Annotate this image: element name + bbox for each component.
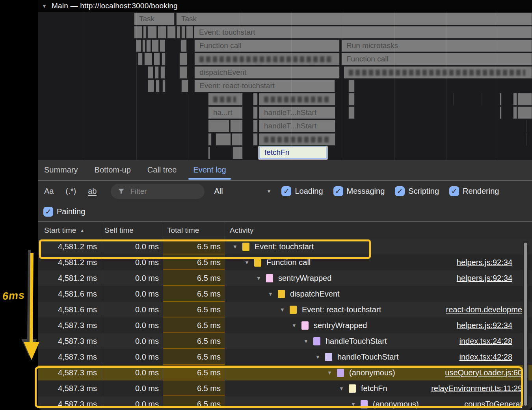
flame-bar[interactable]: Function call	[341, 53, 532, 65]
flame-track-header[interactable]: ▼ Main — http://localhost:3000/booking	[38, 0, 532, 12]
flame-bar[interactable]	[348, 80, 355, 92]
flame-bar[interactable]	[348, 93, 355, 106]
flame-bar[interactable]	[160, 66, 165, 79]
flame-bar[interactable]	[513, 106, 517, 119]
expand-arrow-icon[interactable]: ▼	[315, 354, 321, 360]
source-link[interactable]: helpers.js:92:34	[457, 258, 512, 267]
expand-arrow-icon[interactable]: ▼	[303, 338, 309, 344]
flame-bar[interactable]	[134, 26, 142, 39]
flame-bar[interactable]	[348, 106, 355, 119]
source-link[interactable]: coupsToGenerat	[464, 400, 522, 409]
flame-bar[interactable]: fetchFn	[259, 147, 327, 159]
tab-event-log[interactable]: Event log	[193, 160, 226, 180]
flame-bar[interactable]	[259, 133, 335, 146]
expand-arrow-icon[interactable]: ▼	[339, 386, 345, 391]
source-link[interactable]: helpers.js:92:34	[457, 274, 512, 283]
source-link[interactable]: useQueryLoader.js:60	[445, 368, 522, 377]
flame-bar[interactable]: handleT...hStart	[259, 106, 335, 119]
flame-bar[interactable]	[148, 66, 153, 79]
checkbox-messaging[interactable]: ✓Messaging	[333, 186, 385, 196]
flame-bar[interactable]	[526, 120, 527, 132]
flame-bar[interactable]	[180, 39, 187, 52]
flame-bar[interactable]: Event: react-touchstart	[194, 80, 335, 92]
flame-bar[interactable]	[181, 26, 185, 39]
column-total-time[interactable]: Total time	[163, 222, 225, 239]
collapse-triangle-icon[interactable]: ▼	[42, 3, 48, 9]
category-dropdown[interactable]: All ▼	[214, 187, 271, 196]
table-row[interactable]: 4,587.3 ms0.0 ms6.5 ms▼fetchFnrelayEnvir…	[38, 380, 532, 396]
flame-bar[interactable]	[208, 147, 210, 159]
flame-bar[interactable]	[162, 53, 166, 65]
checkbox-loading[interactable]: ✓Loading	[281, 186, 323, 196]
expand-arrow-icon[interactable]: ▼	[280, 307, 286, 313]
flame-bar[interactable]: dispatchEvent	[194, 66, 340, 79]
table-row[interactable]: 4,587.3 ms0.0 ms6.5 ms▼handleTouchStarti…	[38, 333, 532, 349]
checkbox-painting[interactable]: ✓Painting	[43, 207, 85, 217]
tab-call-tree[interactable]: Call tree	[147, 160, 177, 180]
scrollbar-track[interactable]	[523, 241, 528, 410]
flame-bar[interactable]	[143, 26, 147, 39]
flame-bar[interactable]	[160, 39, 165, 52]
source-link[interactable]: index.tsx:24:28	[459, 337, 512, 346]
source-link[interactable]: index.tsx:42:28	[459, 352, 512, 362]
flame-bar[interactable]	[216, 133, 231, 146]
tab-summary[interactable]: Summary	[44, 160, 78, 180]
flame-bar[interactable]	[142, 39, 145, 52]
flame-bar[interactable]	[513, 93, 517, 106]
flame-bar[interactable]	[194, 53, 340, 65]
flame-bar[interactable]	[179, 53, 187, 65]
flame-bar[interactable]	[344, 66, 532, 79]
flame-chart[interactable]: ▼ Main — http://localhost:3000/booking T…	[38, 0, 532, 160]
flame-bar[interactable]	[500, 93, 502, 106]
flame-bar[interactable]: Run microtasks	[341, 39, 532, 52]
flame-bar[interactable]	[138, 53, 143, 65]
flame-bar[interactable]	[253, 133, 258, 146]
expand-arrow-icon[interactable]: ▼	[292, 323, 298, 328]
flame-bar[interactable]	[146, 39, 151, 52]
flame-bar[interactable]	[259, 93, 335, 106]
flame-bar[interactable]	[233, 147, 243, 159]
expand-arrow-icon[interactable]: ▼	[327, 370, 333, 376]
flame-bar[interactable]	[148, 80, 154, 92]
flame-bar[interactable]	[152, 39, 159, 52]
flame-bar[interactable]: handleT...hStart	[259, 120, 335, 132]
expand-arrow-icon[interactable]: ▼	[244, 260, 250, 265]
flame-bar[interactable]	[154, 53, 160, 65]
flame-bar[interactable]: Event: touchstart	[194, 26, 532, 39]
flame-bar[interactable]	[186, 26, 193, 39]
flame-bar[interactable]	[167, 26, 176, 39]
flame-bar[interactable]	[230, 120, 243, 132]
flame-bar[interactable]	[208, 120, 229, 132]
flame-bar[interactable]: Task	[176, 13, 532, 25]
flame-bar[interactable]	[177, 26, 180, 39]
flame-bar[interactable]: Task	[134, 13, 175, 25]
source-link[interactable]: helpers.js:92:34	[457, 321, 512, 330]
flame-bar[interactable]	[517, 93, 532, 106]
flame-bar[interactable]	[526, 133, 527, 146]
table-row[interactable]: 4,581.2 ms0.0 ms6.5 ms▼Event: touchstart	[38, 239, 532, 254]
flame-bar[interactable]	[136, 39, 141, 52]
regex-toggle[interactable]: (.*)	[65, 187, 76, 196]
table-row[interactable]: 4,581.6 ms0.0 ms6.5 ms▼dispatchEvent	[38, 286, 532, 302]
expand-arrow-icon[interactable]: ▼	[351, 401, 357, 407]
column-activity[interactable]: Activity	[225, 222, 532, 239]
flame-bar[interactable]	[156, 80, 160, 92]
flame-bar[interactable]	[253, 120, 258, 132]
expand-arrow-icon[interactable]: ▼	[268, 291, 274, 297]
source-link[interactable]: relayEnvironment.ts:11:29	[431, 384, 522, 393]
checkbox-scripting[interactable]: ✓Scripting	[395, 186, 439, 196]
table-row[interactable]: 4,581.6 ms0.0 ms6.5 ms▼Event: react-touc…	[38, 302, 532, 317]
flame-bar[interactable]	[232, 133, 243, 146]
source-link[interactable]: react-dom.developme	[446, 305, 522, 314]
flame-bar[interactable]	[482, 93, 482, 106]
flame-bar[interactable]	[155, 66, 159, 79]
table-row[interactable]: 4,587.3 ms0.0 ms6.5 ms▼handleTouchStarti…	[38, 349, 532, 365]
tab-bottom-up[interactable]: Bottom-up	[95, 160, 131, 180]
flame-bar[interactable]: Function call	[194, 39, 340, 52]
flame-bar[interactable]	[179, 66, 187, 79]
flame-bar[interactable]	[181, 80, 188, 92]
flame-bar[interactable]	[147, 26, 157, 39]
table-row[interactable]: 4,581.2 ms0.0 ms6.5 ms▼sentryWrappedhelp…	[38, 270, 532, 286]
table-row[interactable]: 4,587.3 ms0.0 ms6.5 ms▼sentryWrappedhelp…	[38, 317, 532, 333]
filter-input[interactable]: Filter	[111, 184, 205, 199]
